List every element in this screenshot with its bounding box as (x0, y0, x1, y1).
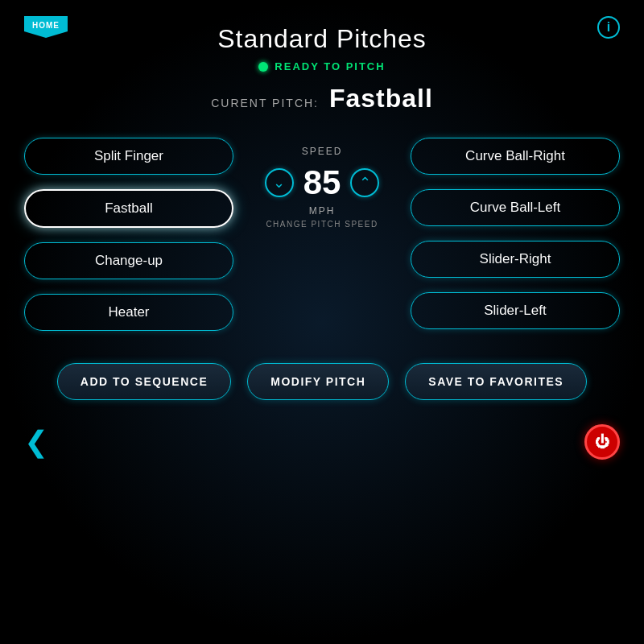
ready-text: READY TO PITCH (275, 60, 385, 72)
ready-status-row: READY TO PITCH (0, 60, 644, 72)
current-pitch-display: CURENT PITCH: Fastball (0, 84, 644, 114)
modify-pitch-button[interactable]: MODIFY PITCH (247, 363, 389, 400)
action-buttons-row: ADD TO SEQUENCE MODIFY PITCH SAVE TO FAV… (0, 363, 644, 400)
speed-unit: MPH (309, 205, 336, 217)
speed-control: ⌄ 85 ⌃ (265, 163, 380, 202)
speed-sublabel: CHANGE PITCH SPEED (266, 220, 378, 229)
pitch-layout: Split Finger Fastball Change-up Heater S… (0, 138, 644, 331)
main-page: HOME Standard Pitches i READY TO PITCH C… (0, 0, 644, 644)
pitch-btn-curve-ball-left[interactable]: Curve Ball-Left (411, 189, 620, 226)
current-pitch-value: Fastball (329, 84, 433, 113)
save-to-favorites-button[interactable]: SAVE TO FAVORITES (405, 363, 587, 400)
pitch-btn-slider-right[interactable]: Slider-Right (411, 241, 620, 278)
stop-button[interactable]: ⏻ (584, 424, 620, 460)
speed-increase-button[interactable]: ⌃ (350, 168, 379, 197)
pitch-btn-split-finger[interactable]: Split Finger (24, 138, 233, 175)
add-to-sequence-button[interactable]: ADD TO SEQUENCE (57, 363, 231, 400)
speed-decrease-button[interactable]: ⌄ (265, 168, 294, 197)
header: HOME Standard Pitches i (0, 0, 644, 54)
ready-dot-indicator (258, 62, 268, 72)
speed-label: SPEED (302, 146, 343, 157)
stop-icon: ⏻ (595, 434, 609, 451)
speed-control-panel: SPEED ⌄ 85 ⌃ MPH CHANGE PITCH SPEED (258, 138, 386, 229)
left-pitch-column: Split Finger Fastball Change-up Heater (24, 138, 233, 331)
page-title: Standard Pitches (217, 24, 427, 54)
speed-value: 85 (303, 163, 341, 202)
right-pitch-column: Curve Ball-Right Curve Ball-Left Slider-… (411, 138, 620, 329)
pitch-btn-heater[interactable]: Heater (24, 294, 233, 331)
info-button[interactable]: i (597, 16, 620, 39)
current-pitch-label: CURENT PITCH: (211, 97, 319, 109)
nav-row: ❮ ⏻ (0, 408, 644, 460)
pitch-btn-fastball[interactable]: Fastball (24, 189, 233, 228)
pitch-btn-slider-left[interactable]: Slider-Left (411, 292, 620, 329)
home-button[interactable]: HOME (24, 16, 68, 38)
pitch-btn-curve-ball-right[interactable]: Curve Ball-Right (411, 138, 620, 175)
back-button[interactable]: ❮ (24, 427, 48, 456)
pitch-btn-change-up[interactable]: Change-up (24, 242, 233, 279)
